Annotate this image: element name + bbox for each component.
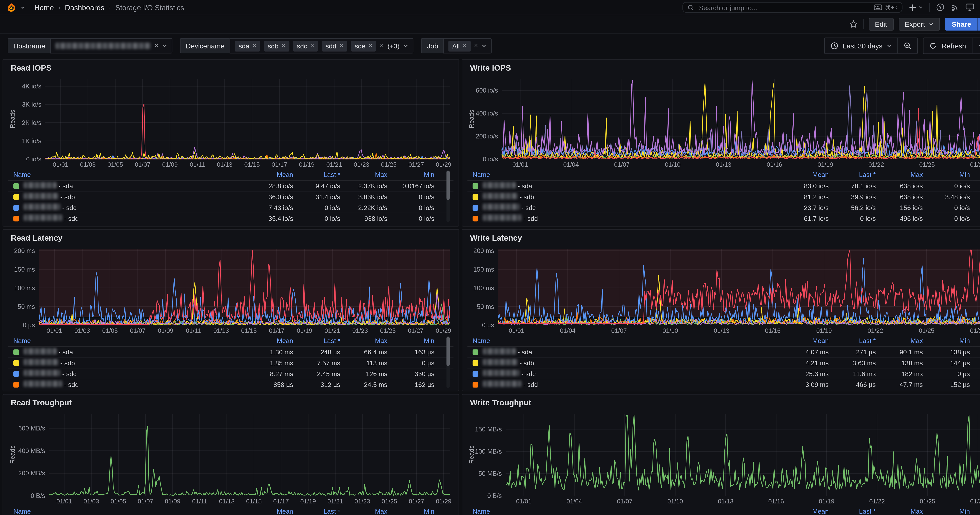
panel-title[interactable]: Write Latency — [470, 234, 980, 244]
chevron-down-icon[interactable] — [482, 43, 487, 48]
device-chip[interactable]: sdb× — [264, 40, 289, 51]
panel-title[interactable]: Read Latency — [11, 234, 453, 244]
panel-title[interactable]: Write Troughput — [470, 398, 980, 408]
legend-row[interactable]: - sda28.8 io/s9.47 io/s2.37K io/s0.0167 … — [8, 180, 453, 191]
legend-header-name[interactable]: Name — [8, 336, 242, 346]
legend-header-mean[interactable]: Mean — [242, 170, 296, 180]
remove-chip-icon[interactable]: × — [282, 43, 285, 49]
search-input[interactable] — [698, 3, 870, 12]
help-button[interactable]: ? — [936, 3, 944, 11]
legend-header-max[interactable]: Max — [878, 507, 925, 515]
legend-row[interactable]: - sdb4.21 ms3.63 ms138 ms144 µs — [468, 357, 980, 368]
remove-chip-icon[interactable]: × — [369, 43, 372, 49]
clear-icon[interactable]: × — [154, 43, 158, 49]
zoom-out-button[interactable] — [898, 38, 918, 54]
legend-header-last[interactable]: Last * — [296, 336, 343, 346]
legend-header-name[interactable]: Name — [8, 507, 242, 515]
devicename-value-select[interactable]: sda×sdb×sdc×sdd×sde××(+3) — [230, 38, 414, 54]
read-throughput-chart[interactable]: 01/0101/0301/0501/0701/0901/1101/1301/15… — [8, 410, 453, 505]
job-chip[interactable]: All× — [449, 40, 470, 51]
panel-title[interactable]: Write IOPS — [470, 64, 980, 74]
clear-icon[interactable]: × — [380, 43, 384, 49]
legend-header-min[interactable]: Min — [390, 336, 437, 346]
legend-header-max[interactable]: Max — [343, 336, 390, 346]
kiosk-monitor-button[interactable] — [966, 3, 974, 11]
legend-header-min[interactable]: Min — [925, 336, 972, 346]
legend-row[interactable]: - sdc25.3 ms11.6 ms182 ms0 µs — [468, 368, 980, 379]
chevron-down-icon[interactable] — [162, 43, 167, 48]
legend-header-name[interactable]: Name — [468, 336, 778, 346]
legend-row[interactable]: - sdd61.7 io/s0 io/s496 io/s0 io/s — [468, 213, 980, 223]
write-throughput-chart[interactable]: 01/0101/0401/0701/1001/1301/1601/1901/22… — [468, 410, 980, 505]
legend-row[interactable]: - sdd3.09 ms466 µs47.7 ms152 µs — [468, 379, 980, 389]
job-value-select[interactable]: All× × — [443, 38, 492, 54]
legend-header-name[interactable]: Name — [8, 170, 242, 180]
news-rss-button[interactable] — [951, 3, 959, 11]
chevron-down-icon[interactable] — [403, 43, 409, 48]
favorite-star-button[interactable] — [849, 20, 858, 29]
share-dropdown-button[interactable] — [977, 18, 980, 30]
org-switcher-chevron-icon[interactable] — [21, 5, 25, 10]
legend-header-max[interactable]: Max — [343, 170, 390, 180]
legend-header-mean[interactable]: Mean — [778, 336, 831, 346]
legend-row[interactable]: - sdc23.7 io/s56.2 io/s156 io/s0 io/s — [468, 202, 980, 213]
clear-icon[interactable]: × — [474, 43, 478, 49]
hostname-value-select[interactable]: × — [50, 38, 172, 54]
legend-scrollbar-thumb[interactable] — [447, 171, 450, 200]
breadcrumb-home[interactable]: Home — [34, 3, 54, 11]
legend-header-last[interactable]: Last * — [831, 507, 878, 515]
refresh-button[interactable]: Refresh — [924, 38, 972, 54]
device-chip[interactable]: sde× — [351, 40, 376, 51]
device-chip[interactable]: sdd× — [322, 40, 347, 51]
panel-title[interactable]: Read Troughput — [11, 398, 453, 408]
read-iops-chart[interactable]: 01/0101/0301/0501/0701/0901/1101/1301/15… — [8, 75, 453, 169]
edit-button[interactable]: Edit — [869, 18, 893, 30]
legend-header-last[interactable]: Last * — [831, 336, 878, 346]
grafana-logo-icon[interactable] — [6, 2, 16, 12]
legend-scrollbar-thumb[interactable] — [447, 337, 450, 366]
legend-row[interactable]: - sdd35.4 io/s0 io/s938 io/s0 io/s — [8, 213, 453, 223]
legend-header-name[interactable]: Name — [468, 507, 778, 515]
share-button[interactable]: Share — [945, 18, 977, 30]
legend-row[interactable]: - sdb81.2 io/s39.9 io/s638 io/s3.48 io/s — [468, 191, 980, 202]
time-range-button[interactable]: Last 30 days — [825, 38, 898, 54]
search-box[interactable]: ⌘+k — [682, 2, 902, 13]
legend-row[interactable]: - sda4.07 ms271 µs90.1 ms138 µs — [468, 346, 980, 357]
remove-chip-icon[interactable]: × — [310, 43, 314, 49]
legend-header-mean[interactable]: Mean — [242, 507, 296, 515]
new-plus-button[interactable] — [909, 3, 923, 11]
legend-header-last[interactable]: Last * — [296, 507, 343, 515]
legend-row[interactable]: - sdb36.0 io/s31.4 io/s3.83K io/s0 io/s — [8, 191, 453, 202]
legend-row[interactable]: - sdc8.27 ms2.45 ms126 ms330 µs — [8, 368, 453, 379]
write-iops-chart[interactable]: 01/0101/0401/0701/1001/1301/1601/1901/22… — [468, 75, 980, 169]
legend-header-max[interactable]: Max — [343, 507, 390, 515]
legend-row[interactable]: - sda1.30 ms248 µs66.4 ms163 µs — [8, 346, 453, 357]
legend-row[interactable]: - sdc7.43 io/s0 io/s2.22K io/s0 io/s — [8, 202, 453, 213]
legend-scrollbar[interactable] — [447, 170, 450, 222]
legend-header-last[interactable]: Last * — [831, 170, 878, 180]
device-chip[interactable]: sdc× — [293, 40, 318, 51]
remove-chip-icon[interactable]: × — [253, 43, 256, 49]
read-latency-chart[interactable]: 01/0101/0301/0501/0701/0901/1101/1301/15… — [8, 245, 453, 335]
legend-header-max[interactable]: Max — [878, 170, 925, 180]
refresh-interval-dropdown[interactable] — [972, 38, 980, 54]
remove-chip-icon[interactable]: × — [339, 43, 343, 49]
legend-header-mean[interactable]: Mean — [778, 507, 831, 515]
legend-header-min[interactable]: Min — [925, 507, 972, 515]
legend-header-min[interactable]: Min — [390, 507, 437, 515]
legend-header-min[interactable]: Min — [390, 170, 437, 180]
legend-row[interactable]: - sda83.0 io/s78.1 io/s638 io/s0 io/s — [468, 180, 980, 191]
export-button[interactable]: Export — [899, 18, 940, 30]
breadcrumb-dashboards[interactable]: Dashboards — [65, 3, 104, 11]
legend-header-min[interactable]: Min — [925, 170, 972, 180]
device-overflow-badge[interactable]: (+3) — [388, 42, 399, 49]
write-latency-chart[interactable]: 01/0101/0401/0701/1001/1301/1601/1901/22… — [468, 245, 980, 335]
legend-row[interactable]: - sdd858 µs312 µs24.5 ms162 µs — [8, 379, 453, 389]
panel-title[interactable]: Read IOPS — [11, 64, 453, 74]
legend-header-name[interactable]: Name — [468, 170, 778, 180]
remove-chip-icon[interactable]: × — [463, 43, 466, 49]
legend-scrollbar[interactable] — [447, 336, 450, 388]
legend-header-mean[interactable]: Mean — [778, 170, 831, 180]
legend-header-max[interactable]: Max — [878, 336, 925, 346]
legend-row[interactable]: - sdb1.85 ms7.57 ms113 ms0 µs — [8, 357, 453, 368]
